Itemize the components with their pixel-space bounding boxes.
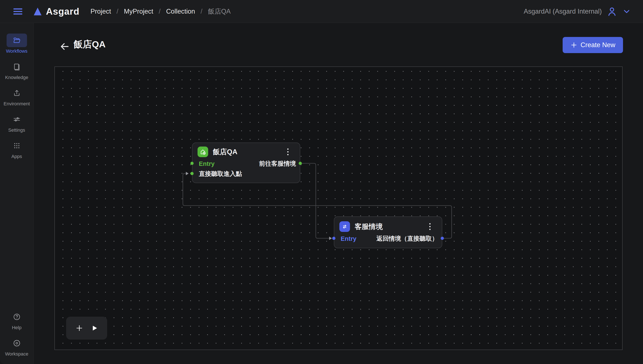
node-menu-icon[interactable] (425, 222, 435, 232)
breadcrumb-separator: / (117, 8, 118, 15)
menu-icon[interactable] (12, 6, 24, 18)
run-workflow-button[interactable] (91, 324, 98, 332)
home-plus-icon (197, 146, 208, 157)
play-icon (91, 324, 98, 332)
breadcrumb-item-current: 飯店QA (208, 7, 231, 16)
book-icon (7, 60, 27, 74)
chevron-down-icon[interactable] (622, 7, 631, 16)
node-menu-icon[interactable] (283, 147, 293, 157)
node-row: Entry 前往客服情境 (199, 160, 296, 168)
sidebar: Workflows Knowledge Environment (0, 23, 34, 364)
breadcrumb: Project / MyProject / Collection / 飯店QA (91, 7, 231, 16)
workflow-node-service-context[interactable]: 客服情境 Entry 返回情境（直接聽取） (334, 216, 442, 248)
breadcrumb-separator: / (200, 8, 202, 15)
swap-arrows-icon (339, 221, 350, 232)
node-row: 直接聽取進入點 (199, 170, 296, 178)
sliders-icon (7, 112, 27, 126)
sidebar-item-environment[interactable]: Environment (0, 86, 33, 106)
sidebar-item-workspace[interactable]: Workspace (0, 336, 33, 357)
workflow-canvas[interactable]: 飯店QA Entry 前往客服情境 直接聽取進入點 (54, 66, 622, 350)
node-input-label[interactable]: 直接聽取進入點 (199, 170, 242, 178)
create-new-button[interactable]: Create New (563, 37, 623, 53)
node-output-label[interactable]: 前往客服情境 (259, 160, 296, 168)
arrow-left-icon (59, 41, 70, 52)
sidebar-item-label: Workflows (6, 48, 28, 54)
app-root: Asgard Project / MyProject / Collection … (0, 0, 643, 364)
asgard-logo-icon (33, 6, 43, 16)
sidebar-item-settings[interactable]: Settings (0, 112, 33, 133)
sidebar-item-label: Help (12, 325, 22, 330)
node-output-label[interactable]: 返回情境（直接聽取） (376, 234, 438, 243)
sidebar-item-label: Knowledge (5, 75, 28, 80)
help-circle-icon (7, 310, 27, 324)
main-content: 飯店QA Create New (34, 23, 643, 364)
canvas-toolbar (66, 317, 107, 340)
sidebar-item-label: Workspace (5, 351, 29, 357)
page-title: 飯店QA (74, 38, 106, 50)
create-new-label: Create New (580, 41, 615, 49)
back-button[interactable] (59, 41, 71, 53)
folder-open-icon (7, 34, 27, 47)
node-title: 客服情境 (355, 222, 383, 232)
sidebar-item-label: Environment (4, 101, 30, 106)
plus-icon (570, 42, 577, 49)
sidebar-item-workflows[interactable]: Workflows (0, 34, 33, 54)
node-entry-label[interactable]: Entry (199, 160, 215, 167)
wire-arrowhead (186, 172, 189, 175)
wire-arrowhead (329, 236, 332, 240)
node-header: 客服情境 (339, 221, 437, 232)
upload-icon (7, 86, 27, 100)
workflow-node-hotel-qa[interactable]: 飯店QA Entry 前往客服情境 直接聽取進入點 (192, 142, 300, 183)
breadcrumb-item-collection[interactable]: Collection (166, 8, 195, 15)
apps-grid-icon (7, 139, 27, 152)
gear-icon (7, 336, 27, 350)
node-header: 飯店QA (197, 146, 295, 157)
brand-name: Asgard (46, 6, 80, 17)
sidebar-item-help[interactable]: Help (0, 310, 33, 330)
node-row: Entry 返回情境（直接聽取） (341, 235, 438, 242)
account-label[interactable]: AsgardAI (Asgard Internal) (524, 8, 602, 15)
node-entry-label[interactable]: Entry (341, 235, 356, 242)
sidebar-item-knowledge[interactable]: Knowledge (0, 60, 33, 80)
sidebar-item-label: Settings (8, 128, 25, 133)
sidebar-item-apps[interactable]: Apps (0, 139, 33, 159)
plus-icon (75, 324, 83, 332)
hamburger-icon (12, 6, 23, 17)
user-avatar-icon[interactable] (606, 6, 617, 17)
wire-hotel-to-service (300, 163, 329, 238)
breadcrumb-item-myproject[interactable]: MyProject (124, 8, 153, 15)
breadcrumb-separator: / (159, 8, 161, 15)
topbar: Asgard Project / MyProject / Collection … (0, 0, 643, 23)
add-node-button[interactable] (75, 324, 83, 332)
brand[interactable]: Asgard (33, 6, 80, 17)
node-title: 飯店QA (213, 147, 238, 157)
breadcrumb-item-project[interactable]: Project (91, 8, 111, 15)
connection-wires (55, 67, 623, 350)
topbar-right: AsgardAI (Asgard Internal) (524, 6, 631, 17)
sidebar-item-label: Apps (11, 154, 22, 159)
